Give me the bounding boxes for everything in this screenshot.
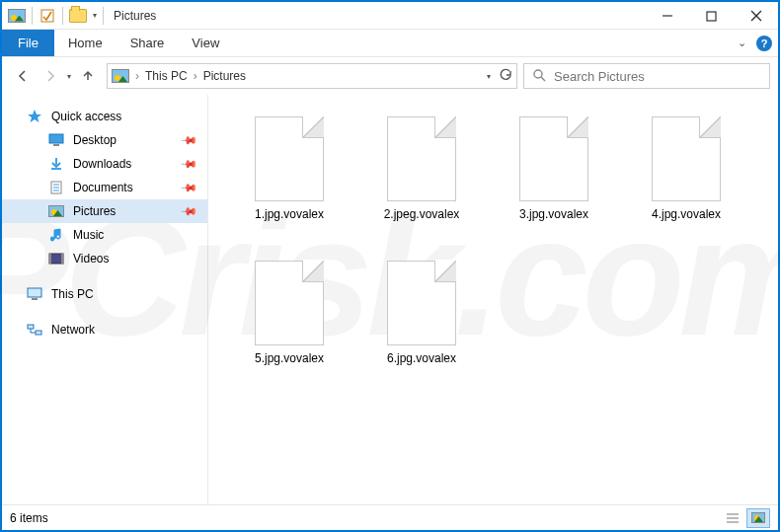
- sidebar-item-videos[interactable]: Videos: [2, 247, 207, 270]
- expand-ribbon-icon[interactable]: ⌄: [736, 37, 748, 49]
- tab-share[interactable]: Share: [117, 30, 179, 56]
- sidebar-item-label: Desktop: [73, 133, 117, 147]
- file-item[interactable]: 6.jpg.vovalex: [358, 257, 485, 395]
- svg-rect-0: [41, 10, 53, 22]
- svg-rect-8: [53, 144, 59, 146]
- svg-rect-17: [28, 288, 41, 297]
- sidebar-item-label: Videos: [73, 252, 109, 266]
- window-controls: [645, 2, 778, 29]
- explorer-window: PCrisk.com ▾ Pictures: [0, 0, 780, 532]
- svg-rect-16: [61, 254, 63, 264]
- file-icon: [255, 261, 324, 345]
- address-bar[interactable]: › This PC › Pictures ▾: [107, 63, 517, 89]
- svg-line-6: [541, 77, 545, 81]
- file-item[interactable]: 4.jpg.vovalex: [623, 113, 749, 251]
- separator: [103, 7, 104, 25]
- app-icon[interactable]: [6, 5, 28, 27]
- file-icon: [519, 116, 588, 201]
- recent-locations-button[interactable]: ▾: [65, 72, 73, 81]
- pin-icon: 📌: [179, 178, 197, 196]
- help-button[interactable]: ?: [756, 36, 772, 51]
- file-tab[interactable]: File: [2, 30, 54, 56]
- navigation-bar: ▾ › This PC › Pictures ▾: [2, 57, 778, 95]
- breadcrumb-item[interactable]: This PC: [145, 69, 188, 83]
- svg-rect-15: [49, 254, 51, 264]
- up-button[interactable]: [75, 63, 101, 89]
- svg-rect-14: [49, 254, 63, 264]
- tab-home[interactable]: Home: [54, 30, 117, 56]
- thumbnails-view-button[interactable]: [746, 508, 770, 528]
- location-icon: [112, 69, 129, 83]
- tab-view[interactable]: View: [178, 30, 233, 56]
- file-icon: [387, 116, 456, 201]
- titlebar: ▾ Pictures: [2, 2, 778, 30]
- svg-line-3: [751, 11, 761, 21]
- navigation-pane: Quick access Desktop 📌 Downloads 📌 Docum…: [2, 95, 208, 504]
- file-name: 1.jpg.vovalex: [251, 207, 328, 221]
- maximize-button[interactable]: [689, 2, 734, 30]
- file-item[interactable]: 5.jpg.vovalex: [226, 257, 352, 395]
- item-count: 6 items: [10, 511, 48, 525]
- chevron-right-icon[interactable]: ›: [133, 69, 141, 83]
- sidebar-item-label: Music: [73, 228, 104, 242]
- file-name: 3.jpg.vovalex: [515, 207, 592, 221]
- chevron-right-icon[interactable]: ›: [192, 69, 199, 83]
- body: Quick access Desktop 📌 Downloads 📌 Docum…: [2, 95, 778, 504]
- qat-folder-button[interactable]: [67, 5, 89, 27]
- sidebar-item-music[interactable]: Music: [2, 223, 207, 247]
- sidebar-item-label: Quick access: [51, 110, 121, 123]
- chevron-down-icon[interactable]: ▾: [91, 11, 99, 20]
- sidebar-item-label: This PC: [51, 287, 94, 301]
- breadcrumb-label: This PC: [145, 69, 188, 83]
- svg-rect-7: [49, 134, 63, 143]
- address-history-button[interactable]: ▾: [485, 72, 493, 81]
- pin-icon: 📌: [179, 201, 197, 220]
- file-item[interactable]: 1.jpg.vovalex: [226, 113, 352, 251]
- separator: [62, 7, 63, 25]
- sidebar-item-label: Documents: [73, 181, 133, 194]
- svg-rect-2: [707, 12, 716, 21]
- desktop-icon: [47, 131, 65, 149]
- separator: [32, 7, 33, 25]
- file-name: 4.jpg.vovalex: [648, 207, 725, 221]
- downloads-icon: [47, 155, 65, 173]
- window-title: Pictures: [110, 2, 156, 29]
- sidebar-item-label: Pictures: [73, 204, 116, 218]
- network-icon: [26, 321, 43, 339]
- svg-rect-19: [28, 325, 34, 329]
- forward-button[interactable]: [38, 63, 63, 89]
- sidebar-item-documents[interactable]: Documents 📌: [2, 176, 207, 199]
- sidebar-item-network[interactable]: Network: [2, 318, 207, 342]
- qat-properties-button[interactable]: [37, 5, 58, 27]
- search-icon: [532, 68, 546, 85]
- sidebar-item-downloads[interactable]: Downloads 📌: [2, 152, 207, 176]
- refresh-button[interactable]: [499, 68, 512, 85]
- pin-icon: 📌: [179, 130, 197, 149]
- file-item[interactable]: 2.jpeg.vovalex: [358, 113, 485, 251]
- sidebar-item-label: Downloads: [73, 157, 131, 171]
- file-name: 6.jpg.vovalex: [383, 351, 460, 365]
- file-name: 5.jpg.vovalex: [251, 351, 328, 365]
- statusbar: 6 items: [2, 504, 778, 530]
- close-button[interactable]: [734, 2, 778, 30]
- details-view-button[interactable]: [721, 508, 744, 528]
- minimize-button[interactable]: [645, 2, 689, 30]
- star-icon: [26, 108, 43, 125]
- sidebar-item-pictures[interactable]: Pictures 📌: [2, 199, 207, 223]
- back-button[interactable]: [10, 63, 36, 89]
- file-name: 2.jpeg.vovalex: [380, 207, 464, 221]
- videos-icon: [47, 250, 65, 267]
- file-item[interactable]: 3.jpg.vovalex: [491, 113, 617, 251]
- search-box[interactable]: [523, 63, 770, 89]
- svg-rect-18: [32, 298, 38, 300]
- pin-icon: 📌: [179, 154, 197, 173]
- sidebar-item-this-pc[interactable]: This PC: [2, 282, 207, 306]
- sidebar-item-label: Network: [51, 323, 95, 337]
- sidebar-item-desktop[interactable]: Desktop 📌: [2, 128, 207, 152]
- sidebar-item-quick-access[interactable]: Quick access: [2, 105, 207, 128]
- svg-line-4: [751, 11, 761, 21]
- file-list[interactable]: 1.jpg.vovalex 2.jpeg.vovalex 3.jpg.voval…: [208, 95, 778, 504]
- pictures-icon: [47, 202, 65, 220]
- search-input[interactable]: [554, 69, 761, 84]
- breadcrumb-item[interactable]: Pictures: [203, 69, 246, 83]
